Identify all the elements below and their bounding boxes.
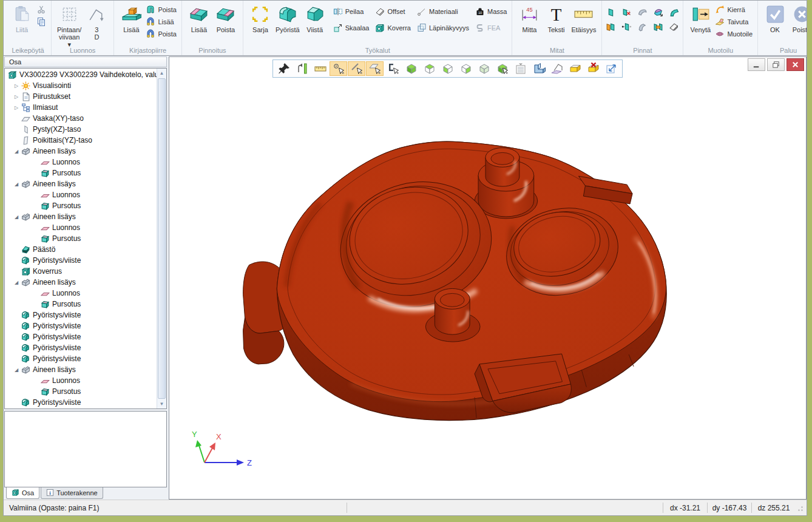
tree-item[interactable]: Pyöristys/viiste — [5, 397, 157, 408]
tree-item[interactable]: Pyöristys/viiste — [5, 320, 157, 331]
model-3d[interactable] — [169, 57, 806, 499]
expand-arrow[interactable]: ◢ — [12, 214, 21, 220]
tree-item[interactable]: Pyöristys/viiste — [5, 342, 157, 353]
magnet-add-button[interactable]: Lisää — [144, 16, 178, 27]
tree-item[interactable]: Luonnos — [5, 157, 157, 168]
tree-item[interactable]: Pursotus — [5, 386, 157, 397]
surface-offset-icon[interactable] — [669, 22, 679, 32]
pattern-button[interactable]: Sarja — [247, 2, 274, 34]
tree-item[interactable]: Pyöristys/viiste — [5, 255, 157, 266]
surface-curve-icon[interactable] — [637, 22, 648, 32]
offset-button[interactable]: Offset — [374, 6, 412, 17]
tree-item[interactable]: Päästö — [5, 244, 157, 255]
toolbar-button[interactable] — [512, 61, 529, 76]
expand-arrow[interactable]: ▷ — [12, 83, 21, 89]
bend-button[interactable]: Taivuta — [714, 16, 754, 27]
surface-icon[interactable] — [606, 7, 616, 18]
mirror-button[interactable]: Peilaa — [332, 6, 371, 17]
scrollbar-thumb[interactable] — [158, 78, 166, 399]
expand-arrow[interactable]: ▷ — [12, 105, 21, 110]
transparency-button[interactable]: Läpinäkyvyys — [416, 22, 470, 33]
surface-delete-icon[interactable] — [621, 7, 632, 18]
toolbar-button[interactable] — [275, 61, 293, 76]
tree-item[interactable]: VX3002239 VX3002239 Vaihdekotelo, valu — [5, 69, 157, 80]
chamfer-button[interactable]: Viistä — [302, 2, 328, 34]
tree-item[interactable]: ◢ Aineen lisäys — [5, 364, 157, 375]
surface-move-icon[interactable] — [621, 22, 632, 32]
tree-item[interactable]: ◢ Aineen lisäys — [5, 146, 157, 157]
toolbar-button[interactable] — [384, 61, 402, 76]
toolbar-button[interactable] — [348, 61, 365, 76]
tree-item[interactable]: ▷ Visualisointi — [5, 80, 157, 91]
tab-tuoterakenne[interactable]: i Tuoterakenne — [41, 487, 103, 499]
tree-item[interactable]: Pyöristys/viiste — [5, 331, 157, 342]
tree-item[interactable]: Pursotus — [5, 233, 157, 244]
distance-button[interactable]: Etäisyys — [569, 2, 598, 34]
tree-item[interactable]: Luonnos — [5, 222, 157, 233]
expand-arrow[interactable]: ◢ — [12, 181, 21, 187]
toolbar-button[interactable] — [548, 61, 566, 76]
minimize-button[interactable] — [748, 58, 765, 71]
tab-osa[interactable]: Osa — [6, 487, 39, 499]
tree-item[interactable]: Luonnos — [5, 288, 157, 299]
coating-add-button[interactable]: Lisää — [186, 2, 212, 34]
tree-item[interactable]: ▷ Piirustukset — [5, 91, 157, 102]
tree-item[interactable]: Poikittais(YZ)-taso — [5, 135, 157, 146]
toolbar-button[interactable] — [566, 61, 584, 76]
toolbar-button[interactable] — [603, 61, 620, 76]
tree-item[interactable]: ◢ Aineen lisäys — [5, 211, 157, 222]
toolbar-button[interactable] — [330, 61, 347, 76]
magnet-remove-button[interactable]: Poista — [144, 29, 178, 39]
tree-item[interactable]: Luonnos — [5, 375, 157, 386]
toolbar-button[interactable] — [293, 61, 311, 76]
copy-button[interactable] — [35, 16, 47, 27]
tree-item[interactable]: Koverrus — [5, 266, 157, 277]
tree-item[interactable]: Luonnos — [5, 189, 157, 200]
tree-item[interactable]: Pursotus — [5, 299, 157, 310]
resize-grip[interactable] — [796, 503, 805, 513]
surface-elbow-icon[interactable] — [669, 7, 679, 18]
scroll-down-icon[interactable]: ▼ — [157, 399, 166, 408]
sketch-3d-button[interactable]: 3 D — [83, 2, 110, 41]
restore-button[interactable] — [767, 58, 785, 71]
toolbar-button[interactable] — [457, 61, 475, 76]
library-feature-add-button[interactable]: Lisää — [118, 2, 144, 34]
coating-remove-button[interactable]: Poista — [212, 2, 239, 34]
scroll-up-icon[interactable]: ▲ — [157, 69, 166, 78]
tree-item[interactable]: ▷ Ilmiasut — [5, 102, 157, 113]
tree-item[interactable]: Pursotus — [5, 200, 157, 211]
tree-scrollbar[interactable]: ▲ ▼ — [157, 69, 166, 408]
fea-button[interactable]: FEA — [474, 22, 508, 33]
clip-remove-button[interactable]: Poista — [144, 4, 178, 15]
tree-item[interactable]: Pyöristys/viiste — [5, 310, 157, 320]
mass-button[interactable]: 10 Massa — [474, 6, 508, 17]
toolbar-button[interactable] — [584, 61, 602, 76]
tree-item[interactable]: Vaaka(XY)-taso — [5, 113, 157, 124]
exit-button[interactable]: Poistu — [788, 2, 807, 34]
deform-button[interactable]: Muotoile — [714, 29, 754, 39]
fillet-button[interactable]: Pyöristä — [274, 2, 302, 34]
twist-button[interactable]: Kierrä — [714, 4, 754, 15]
hollow-button[interactable]: Koverra — [374, 22, 412, 33]
tree-item[interactable]: Pursotus — [5, 168, 157, 178]
stretch-button[interactable]: Venytä — [687, 2, 714, 34]
tree-item[interactable]: ◢ Aineen lisäys — [5, 178, 157, 189]
surface-trim-icon[interactable] — [653, 7, 663, 18]
toolbar-button[interactable] — [530, 61, 547, 76]
tree-item[interactable]: Pysty(XZ)-taso — [5, 124, 157, 135]
viewport-3d[interactable]: Z Y X — [169, 56, 807, 500]
toolbar-button[interactable] — [475, 61, 493, 76]
scale-button[interactable]: Skaalaa — [332, 22, 371, 33]
expand-arrow[interactable]: ◢ — [12, 149, 21, 154]
tree-item[interactable]: ◢ Aineen lisäys — [5, 277, 157, 288]
text-button[interactable]: T Teksti — [543, 2, 569, 34]
expand-arrow[interactable]: ◢ — [12, 280, 21, 285]
toolbar-button[interactable] — [421, 61, 438, 76]
toolbar-button[interactable] — [311, 61, 329, 76]
surface-between-icon[interactable] — [653, 22, 663, 32]
toolbar-button[interactable] — [493, 61, 511, 76]
sketch-on-surface-button[interactable]: Pintaan/ viivaan ▾ — [55, 2, 83, 49]
cut-button[interactable] — [35, 4, 47, 15]
paste-button[interactable]: Liitä — [8, 2, 35, 34]
toolbar-button[interactable] — [366, 61, 384, 76]
